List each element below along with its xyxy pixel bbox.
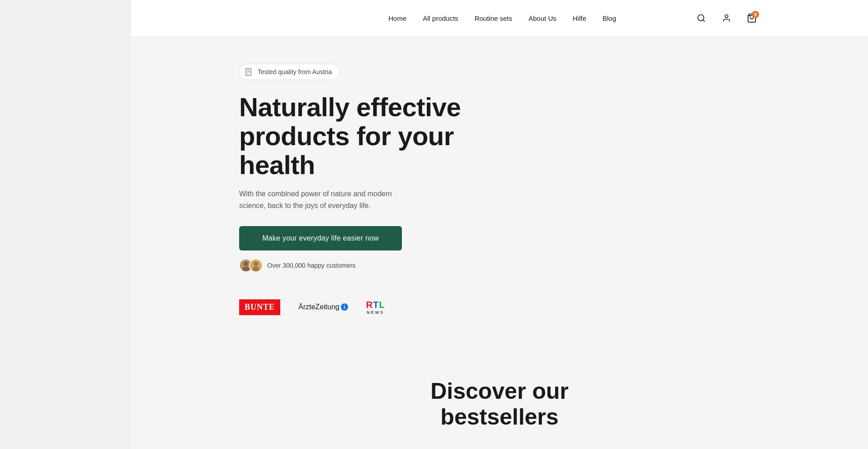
rtl-l: L: [379, 300, 385, 310]
nav-hilfe[interactable]: Hilfe: [573, 14, 586, 22]
cta-button[interactable]: Make your everyday life easier now: [239, 226, 402, 250]
nav-about-us[interactable]: About Us: [528, 14, 557, 22]
nav-routine-sets[interactable]: Routine sets: [475, 14, 512, 22]
svg-point-2: [725, 15, 728, 18]
arzte-info-badge: i: [341, 303, 348, 311]
main-content: Tested quality from Austria Naturally ef…: [228, 37, 771, 440]
svg-line-1: [703, 20, 705, 22]
cart-badge: 0: [752, 11, 759, 18]
search-button[interactable]: [693, 10, 709, 26]
user-icon: [722, 14, 731, 23]
discover-title: Discover our bestsellers: [239, 378, 760, 430]
svg-point-12: [254, 261, 258, 266]
search-icon: [697, 14, 706, 23]
nav-all-products[interactable]: All products: [423, 14, 458, 22]
svg-point-9: [244, 261, 248, 266]
main-nav: Home All products Routine sets About Us …: [388, 14, 616, 22]
arzte-logo: ÄrzteZeitung i: [298, 303, 348, 311]
bunte-logo: BUNTE: [239, 299, 280, 315]
hero-section: Tested quality from Austria Naturally ef…: [239, 37, 760, 351]
certificate-icon: [244, 67, 254, 77]
social-proof-text: Over 300,000 happy customers: [267, 262, 355, 269]
rtl-logo: R T L NEWS: [366, 300, 385, 315]
discover-section: Discover our bestsellers: [239, 351, 760, 440]
header: Home All products Routine sets About Us …: [131, 0, 868, 37]
media-logos: BUNTE ÄrzteZeitung i R T L NEWS: [239, 299, 760, 333]
header-icons: 0: [693, 10, 760, 26]
rtl-t: T: [373, 300, 379, 310]
rtl-r: R: [366, 300, 373, 310]
avatar-2: [249, 259, 263, 272]
avatars: [239, 259, 263, 272]
account-button[interactable]: [718, 10, 735, 26]
cart-button[interactable]: 0: [744, 10, 760, 26]
nav-home[interactable]: Home: [388, 14, 406, 22]
nav-blog[interactable]: Blog: [603, 14, 616, 22]
hero-subtitle: With the combined power of nature and mo…: [239, 188, 411, 211]
social-proof: Over 300,000 happy customers: [239, 259, 760, 272]
quality-badge: Tested quality from Austria: [239, 64, 340, 80]
quality-badge-text: Tested quality from Austria: [258, 68, 332, 76]
rtl-news: NEWS: [367, 310, 384, 315]
hero-title: Naturally effective products for your he…: [239, 93, 474, 179]
left-sidebar: [0, 0, 131, 449]
